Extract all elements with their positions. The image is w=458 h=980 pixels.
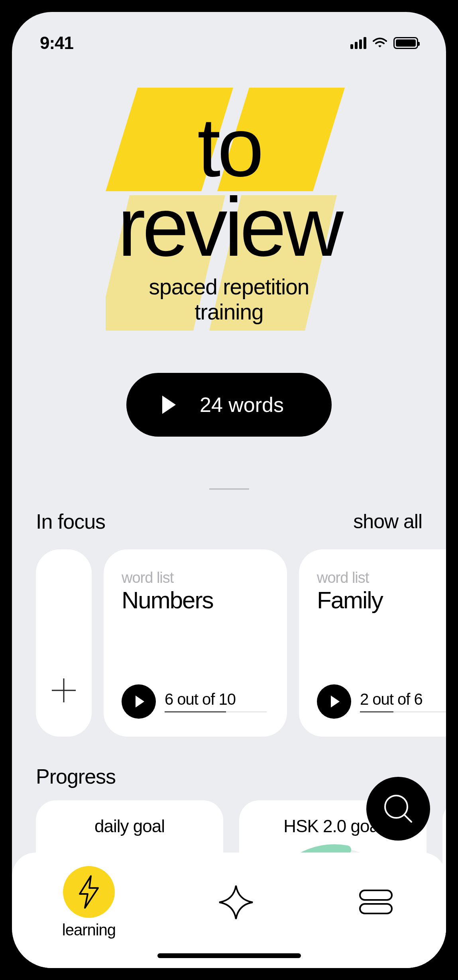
hero-title: to review <box>36 108 422 267</box>
sparkle-icon <box>216 882 256 922</box>
status-time: 9:41 <box>40 33 73 53</box>
bolt-icon <box>75 874 103 910</box>
add-focus-button[interactable] <box>36 549 92 737</box>
svg-rect-9 <box>360 904 392 913</box>
plus-icon <box>49 676 78 705</box>
svg-rect-8 <box>360 890 392 900</box>
play-button[interactable] <box>122 684 156 719</box>
show-all-link[interactable]: show all <box>353 510 422 533</box>
tab-list[interactable] <box>356 886 396 918</box>
search-icon <box>380 791 416 827</box>
tab-learning-label: learning <box>62 921 116 939</box>
wifi-icon <box>372 37 388 49</box>
card-progress: 6 out of 10 <box>165 690 267 712</box>
card-label: word list <box>317 569 446 586</box>
tab-learning-circle <box>63 866 115 918</box>
focus-header: In focus show all <box>12 510 446 549</box>
daily-goal-label: daily goal <box>48 816 211 836</box>
card-title: Numbers <box>122 586 269 614</box>
play-button[interactable] <box>317 684 351 719</box>
card-progress: 2 out of 6 <box>360 690 446 712</box>
stack-icon <box>356 886 396 918</box>
battery-icon <box>393 37 418 49</box>
focus-card-numbers[interactable]: word list Numbers 6 out of 10 <box>104 549 287 737</box>
review-button[interactable]: 24 words <box>126 373 332 437</box>
status-icons <box>350 37 418 49</box>
focus-title: In focus <box>36 510 105 533</box>
review-button-label: 24 words <box>200 393 284 417</box>
tab-bar: learning <box>12 853 446 968</box>
status-bar: 9:41 <box>12 12 446 60</box>
hero-subtitle: spaced repetition training <box>36 274 422 325</box>
search-button[interactable] <box>366 777 430 841</box>
svg-line-7 <box>404 815 411 822</box>
play-icon <box>162 396 176 414</box>
card-title: Family <box>317 586 446 614</box>
hero-title-line2: review <box>118 180 340 274</box>
home-indicator[interactable] <box>157 953 301 958</box>
card-label: word list <box>122 569 269 586</box>
signal-icon <box>350 37 366 49</box>
divider <box>209 488 249 490</box>
tab-learning[interactable]: learning <box>62 866 116 939</box>
focus-row[interactable]: word list Numbers 6 out of 10 word list … <box>12 549 446 737</box>
play-icon <box>136 696 144 708</box>
tab-sparkle[interactable] <box>216 882 256 922</box>
hero-section: to review spaced repetition training 24 … <box>12 60 446 461</box>
play-icon <box>331 696 340 708</box>
focus-card-family[interactable]: word list Family 2 out of 6 <box>299 549 446 737</box>
